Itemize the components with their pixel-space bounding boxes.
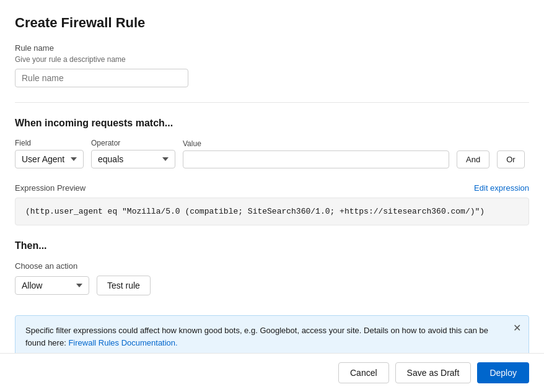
- rule-name-section: Rule name Give your rule a descriptive n…: [15, 43, 529, 87]
- and-button[interactable]: And: [457, 150, 489, 168]
- expression-box: (http.user_agent eq "Mozilla/5.0 (compat…: [15, 198, 529, 225]
- operator-label: Operator: [91, 139, 175, 147]
- fields-row: Field User Agent IP Address Country URI …: [15, 139, 529, 168]
- then-section: Then... Choose an action Allow Block Cha…: [15, 240, 529, 295]
- value-group: Value Mozilla/5.0 (compatible; SiteSearc…: [183, 139, 449, 168]
- edit-expression-link[interactable]: Edit expression: [474, 183, 529, 193]
- action-row: Allow Block Challenge JS Challenge Test …: [15, 276, 529, 295]
- page-title: Create Firewall Rule: [15, 15, 529, 31]
- value-label: Value: [183, 139, 449, 148]
- info-banner-link[interactable]: Firewall Rules Documentation.: [68, 338, 177, 347]
- match-section: When incoming requests match... Field Us…: [15, 118, 529, 168]
- then-title: Then...: [15, 240, 529, 251]
- field-dropdown[interactable]: User Agent IP Address Country URI: [15, 150, 84, 168]
- expression-preview-section: Expression Preview Edit expression (http…: [15, 183, 529, 225]
- rule-name-label: Rule name: [15, 43, 529, 53]
- expression-header: Expression Preview Edit expression: [15, 183, 529, 193]
- info-banner: Specific filter expressions could affect…: [15, 315, 529, 358]
- rule-name-description: Give your rule a descriptive name: [15, 55, 529, 64]
- action-dropdown[interactable]: Allow Block Challenge JS Challenge: [15, 276, 89, 295]
- rule-name-input[interactable]: Site Search 360 Crawler: [15, 69, 188, 87]
- field-label: Field: [15, 139, 84, 147]
- operator-group: Operator equals contains matches does no…: [91, 139, 175, 168]
- expression-preview-label: Expression Preview: [15, 183, 86, 193]
- action-label: Choose an action: [15, 261, 529, 271]
- footer-bar: Cancel Save as Draft Deploy: [0, 353, 544, 392]
- deploy-button[interactable]: Deploy: [477, 362, 529, 383]
- test-rule-button[interactable]: Test rule: [97, 276, 151, 295]
- info-banner-close-button[interactable]: ✕: [513, 323, 521, 333]
- save-as-draft-button[interactable]: Save as Draft: [395, 362, 472, 383]
- value-input[interactable]: Mozilla/5.0 (compatible; SiteSearch360/1…: [183, 150, 449, 168]
- cancel-button[interactable]: Cancel: [338, 362, 389, 383]
- section-divider: [15, 102, 529, 103]
- match-section-title: When incoming requests match...: [15, 118, 529, 129]
- operator-dropdown[interactable]: equals contains matches does not match: [91, 150, 175, 168]
- or-button[interactable]: Or: [497, 150, 524, 168]
- field-group: Field User Agent IP Address Country URI: [15, 139, 84, 168]
